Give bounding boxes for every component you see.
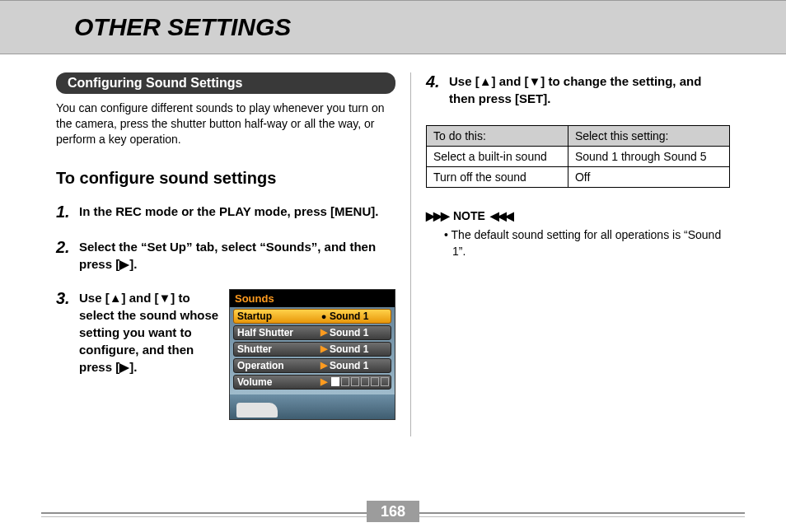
footer: 168 <box>41 491 745 517</box>
chevron-right-icon: ▶ <box>318 376 330 387</box>
sounds-row-volume: Volume ▶ <box>233 375 391 390</box>
sounds-row-shutter: Shutter ▶ Sound 1 <box>233 342 391 357</box>
section-heading: Configuring Sound Settings <box>56 72 395 94</box>
volume-bar-icon <box>361 377 369 386</box>
background-photo <box>230 394 395 419</box>
chevron-right-icon: ▶ <box>318 327 330 338</box>
sounds-row-startup: Startup ● Sound 1 <box>233 309 391 324</box>
step-text: In the REC mode or the PLAY mode, press … <box>79 203 378 222</box>
note-label: NOTE <box>453 209 485 222</box>
table-header: Select this setting: <box>568 126 729 147</box>
sounds-menu-title: Sounds <box>230 290 395 307</box>
step-text: Use [▲] and [▼] to change the setting, a… <box>449 72 730 107</box>
chevron-right-icon: ▶ <box>318 360 330 371</box>
sounds-row-value: Sound 1 <box>330 327 389 338</box>
step-number: 3. <box>56 289 79 420</box>
chevron-right-icon: ▶ <box>318 343 330 354</box>
table-row: Turn off the sound Off <box>427 167 730 188</box>
note-header: ▶▶▶ NOTE ◀◀◀ <box>426 209 730 222</box>
sounds-menu-rows: Startup ● Sound 1 Half Shutter ▶ Sound 1… <box>230 307 395 394</box>
sub-heading: To configure sound settings <box>56 169 395 188</box>
table-cell: Turn off the sound <box>427 167 568 188</box>
step-number: 2. <box>56 238 79 273</box>
sounds-row-value: Sound 1 <box>330 310 389 322</box>
step-1: 1. In the REC mode or the PLAY mode, pre… <box>56 203 395 222</box>
settings-table: To do this: Select this setting: Select … <box>426 125 730 188</box>
note-body: • The default sound setting for all oper… <box>426 227 730 259</box>
page-number: 168 <box>367 501 419 522</box>
left-column: Configuring Sound Settings You can confi… <box>41 72 411 436</box>
sounds-row-operation: Operation ▶ Sound 1 <box>233 358 391 373</box>
step-4: 4. Use [▲] and [▼] to change the setting… <box>426 72 730 107</box>
sounds-row-label: Volume <box>236 376 318 388</box>
sounds-row-label: Startup <box>236 310 318 322</box>
content-area: Configuring Sound Settings You can confi… <box>0 54 786 436</box>
selection-dot-icon: ● <box>318 311 330 321</box>
intro-text: You can configure different sounds to pl… <box>56 100 395 147</box>
step-number: 1. <box>56 203 79 222</box>
volume-bar-icon <box>341 377 349 386</box>
table-row: Select a built-in sound Sound 1 through … <box>427 147 730 167</box>
boat-illustration <box>236 403 278 418</box>
table-header: To do this: <box>427 126 568 147</box>
header-bar: OTHER SETTINGS <box>0 0 786 54</box>
volume-bar-icon <box>351 377 359 386</box>
sounds-row-half-shutter: Half Shutter ▶ Sound 1 <box>233 325 391 340</box>
volume-bar-icon <box>371 377 379 386</box>
step-text: Select the “Set Up” tab, select “Sounds”… <box>79 238 395 273</box>
sounds-row-value: Sound 1 <box>330 343 389 355</box>
sounds-row-label: Shutter <box>236 343 318 355</box>
sounds-row-label: Operation <box>236 360 318 371</box>
step-number: 4. <box>426 72 449 107</box>
right-column: 4. Use [▲] and [▼] to change the setting… <box>411 72 745 436</box>
table-cell: Sound 1 through Sound 5 <box>568 147 729 167</box>
note-left-icon: ▶▶▶ <box>426 209 448 222</box>
table-cell: Select a built-in sound <box>427 147 568 167</box>
step-2: 2. Select the “Set Up” tab, select “Soun… <box>56 238 395 273</box>
sounds-row-value: Sound 1 <box>330 360 389 371</box>
step-3: 3. Use [▲] and [▼] to select the sound w… <box>56 289 395 420</box>
table-cell: Off <box>568 167 729 188</box>
sounds-row-label: Half Shutter <box>236 327 318 338</box>
volume-bar-icon <box>331 377 339 386</box>
note-right-icon: ◀◀◀ <box>490 209 512 222</box>
volume-bar-icon <box>381 377 389 386</box>
table-header-row: To do this: Select this setting: <box>427 126 730 147</box>
sounds-menu-screenshot: Sounds Startup ● Sound 1 Half Shutter ▶ … <box>229 289 395 420</box>
step-text: Use [▲] and [▼] to select the sound whos… <box>79 289 219 376</box>
page-title: OTHER SETTINGS <box>74 13 291 41</box>
volume-bars <box>330 377 389 386</box>
